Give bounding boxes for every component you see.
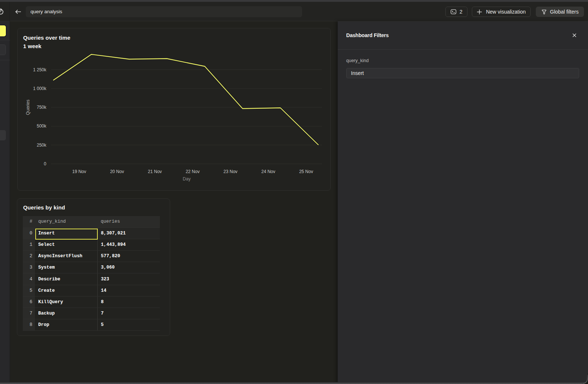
svg-text:24 Nov: 24 Nov — [261, 169, 275, 174]
svg-text:23 Nov: 23 Nov — [223, 169, 237, 174]
svg-text:22 Nov: 22 Nov — [186, 169, 200, 174]
svg-text:0: 0 — [44, 161, 46, 166]
svg-text:1 000k: 1 000k — [33, 86, 47, 91]
svg-text:500k: 500k — [37, 123, 47, 129]
svg-text:20 Nov: 20 Nov — [110, 169, 124, 174]
svg-text:Day: Day — [183, 176, 190, 182]
svg-text:Queries: Queries — [25, 100, 31, 115]
svg-text:1 250k: 1 250k — [33, 67, 47, 72]
svg-text:25 Nov: 25 Nov — [299, 169, 313, 174]
svg-text:21 Nov: 21 Nov — [148, 169, 162, 174]
svg-text:750k: 750k — [37, 105, 47, 110]
svg-text:250k: 250k — [37, 143, 47, 148]
svg-text:19 Nov: 19 Nov — [72, 169, 86, 174]
